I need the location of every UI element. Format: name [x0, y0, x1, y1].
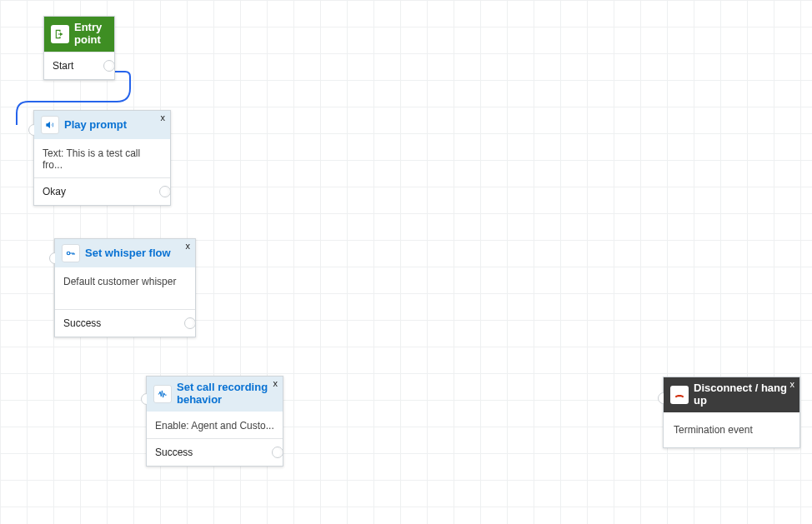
node-title: Disconnect / hang up	[694, 382, 793, 407]
node-set-call-recording[interactable]: Set call recording behavior x Enable: Ag…	[146, 376, 283, 467]
node-play-prompt[interactable]: Play prompt x Text: This is a test call …	[33, 110, 171, 206]
outlet-start[interactable]: Start	[44, 52, 114, 79]
close-icon[interactable]: x	[161, 112, 166, 123]
outlet-label: Okay	[43, 186, 66, 197]
outlet-okay[interactable]: Okay	[34, 177, 170, 205]
outlet-label: Success	[63, 317, 101, 329]
node-entry-point[interactable]: Entry point Start	[43, 16, 115, 80]
outlet-label: Success	[155, 447, 193, 458]
node-title: Set whisper flow	[85, 247, 188, 260]
speaker-icon	[41, 116, 59, 134]
node-body: Termination event	[664, 412, 799, 447]
svg-point-0	[67, 252, 70, 255]
waveform-icon	[153, 385, 172, 403]
close-icon[interactable]: x	[273, 378, 278, 389]
outlet-success[interactable]: Success	[147, 438, 283, 466]
node-body: Text: This is a test call fro...	[34, 139, 170, 177]
outlet-port[interactable]	[159, 186, 171, 197]
key-share-icon	[62, 244, 80, 262]
node-title: Set call recording behavior	[177, 382, 276, 407]
close-icon[interactable]: x	[186, 241, 191, 252]
outlet-port[interactable]	[184, 317, 196, 329]
node-set-whisper-flow[interactable]: Set whisper flow x Default customer whis…	[54, 238, 196, 337]
hangup-icon	[670, 386, 689, 404]
outlet-label: Start	[53, 60, 73, 72]
node-title: Play prompt	[64, 119, 163, 132]
node-disconnect[interactable]: Disconnect / hang up x Termination event	[663, 377, 800, 448]
node-title: Entry point	[74, 22, 108, 47]
node-body: Enable: Agent and Custo...	[147, 412, 283, 438]
close-icon[interactable]: x	[790, 379, 795, 390]
node-body: Default customer whisper	[55, 267, 195, 309]
arrow-enter-icon	[51, 25, 69, 43]
outlet-port[interactable]	[103, 60, 115, 72]
outlet-success[interactable]: Success	[55, 309, 195, 337]
outlet-port[interactable]	[272, 447, 283, 458]
